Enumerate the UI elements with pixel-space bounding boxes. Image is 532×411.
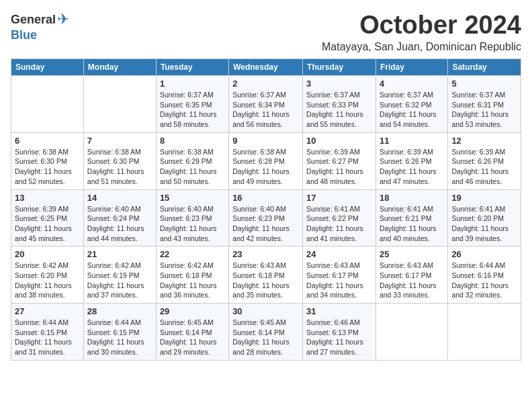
day-detail: Sunrise: 6:37 AM Sunset: 6:32 PM Dayligh… <box>380 90 444 130</box>
logo: General ✈ Blue <box>11 11 69 42</box>
day-detail: Sunrise: 6:44 AM Sunset: 6:15 PM Dayligh… <box>87 318 152 357</box>
calendar-cell: 5Sunrise: 6:37 AM Sunset: 6:31 PM Daylig… <box>448 76 521 133</box>
day-detail: Sunrise: 6:39 AM Sunset: 6:26 PM Dayligh… <box>451 147 517 187</box>
day-number: 31 <box>306 306 372 316</box>
day-number: 15 <box>160 193 225 203</box>
day-number: 17 <box>306 193 372 203</box>
calendar-cell: 9Sunrise: 6:38 AM Sunset: 6:28 PM Daylig… <box>229 132 303 189</box>
calendar-week-row: 20Sunrise: 6:42 AM Sunset: 6:20 PM Dayli… <box>11 246 521 304</box>
calendar-cell: 8Sunrise: 6:38 AM Sunset: 6:29 PM Daylig… <box>156 132 228 189</box>
calendar-cell <box>448 304 521 361</box>
calendar-cell: 30Sunrise: 6:45 AM Sunset: 6:14 PM Dayli… <box>229 304 303 361</box>
logo-general: General <box>11 13 56 27</box>
calendar-cell: 13Sunrise: 6:39 AM Sunset: 6:25 PM Dayli… <box>11 189 84 246</box>
day-detail: Sunrise: 6:44 AM Sunset: 6:16 PM Dayligh… <box>451 261 517 300</box>
day-detail: Sunrise: 6:40 AM Sunset: 6:23 PM Dayligh… <box>160 204 225 244</box>
calendar-cell: 23Sunrise: 6:43 AM Sunset: 6:18 PM Dayli… <box>229 246 303 304</box>
day-number: 26 <box>451 249 517 259</box>
day-number: 20 <box>15 249 80 259</box>
calendar-cell: 1Sunrise: 6:37 AM Sunset: 6:35 PM Daylig… <box>156 76 228 133</box>
day-number: 10 <box>306 136 372 146</box>
day-detail: Sunrise: 6:39 AM Sunset: 6:26 PM Dayligh… <box>380 147 444 187</box>
weekday-header-cell: Sunday <box>11 59 84 76</box>
calendar-cell: 17Sunrise: 6:41 AM Sunset: 6:22 PM Dayli… <box>303 189 376 246</box>
calendar-body: 1Sunrise: 6:37 AM Sunset: 6:35 PM Daylig… <box>11 76 521 361</box>
weekday-header-row: SundayMondayTuesdayWednesdayThursdayFrid… <box>11 59 521 76</box>
page-header: General ✈ Blue October 2024 Matayaya, Sa… <box>11 11 521 53</box>
day-detail: Sunrise: 6:45 AM Sunset: 6:14 PM Dayligh… <box>160 318 225 357</box>
calendar-cell: 20Sunrise: 6:42 AM Sunset: 6:20 PM Dayli… <box>11 246 84 304</box>
calendar-cell: 27Sunrise: 6:44 AM Sunset: 6:15 PM Dayli… <box>11 304 84 361</box>
day-number: 22 <box>160 249 225 259</box>
day-number: 21 <box>87 249 152 259</box>
month-title: October 2024 <box>322 11 521 40</box>
calendar-week-row: 6Sunrise: 6:38 AM Sunset: 6:30 PM Daylig… <box>11 132 521 189</box>
calendar-cell <box>11 76 84 133</box>
day-detail: Sunrise: 6:43 AM Sunset: 6:17 PM Dayligh… <box>380 261 444 300</box>
day-number: 27 <box>15 306 80 316</box>
day-detail: Sunrise: 6:41 AM Sunset: 6:22 PM Dayligh… <box>306 204 372 244</box>
day-number: 3 <box>306 79 372 89</box>
day-detail: Sunrise: 6:38 AM Sunset: 6:28 PM Dayligh… <box>232 147 299 187</box>
calendar-cell: 10Sunrise: 6:39 AM Sunset: 6:27 PM Dayli… <box>303 132 376 189</box>
weekday-header-cell: Wednesday <box>229 59 303 76</box>
day-detail: Sunrise: 6:44 AM Sunset: 6:15 PM Dayligh… <box>15 318 80 357</box>
calendar-cell: 4Sunrise: 6:37 AM Sunset: 6:32 PM Daylig… <box>375 76 447 133</box>
day-detail: Sunrise: 6:42 AM Sunset: 6:18 PM Dayligh… <box>160 261 225 300</box>
day-number: 7 <box>87 136 152 146</box>
calendar-cell: 11Sunrise: 6:39 AM Sunset: 6:26 PM Dayli… <box>375 132 447 189</box>
calendar-cell: 7Sunrise: 6:38 AM Sunset: 6:30 PM Daylig… <box>83 132 156 189</box>
weekday-header-cell: Thursday <box>303 59 376 76</box>
calendar-cell: 18Sunrise: 6:41 AM Sunset: 6:21 PM Dayli… <box>375 189 447 246</box>
day-detail: Sunrise: 6:37 AM Sunset: 6:34 PM Dayligh… <box>232 90 299 130</box>
calendar-cell: 16Sunrise: 6:40 AM Sunset: 6:23 PM Dayli… <box>229 189 303 246</box>
day-number: 9 <box>232 136 299 146</box>
day-number: 2 <box>232 79 299 89</box>
calendar-week-row: 1Sunrise: 6:37 AM Sunset: 6:35 PM Daylig… <box>11 76 521 133</box>
calendar-cell: 26Sunrise: 6:44 AM Sunset: 6:16 PM Dayli… <box>448 246 521 304</box>
calendar-cell: 22Sunrise: 6:42 AM Sunset: 6:18 PM Dayli… <box>156 246 228 304</box>
day-detail: Sunrise: 6:41 AM Sunset: 6:20 PM Dayligh… <box>451 204 517 244</box>
logo-blue: Blue <box>11 28 37 42</box>
day-detail: Sunrise: 6:37 AM Sunset: 6:35 PM Dayligh… <box>160 90 225 130</box>
day-number: 25 <box>380 249 444 259</box>
calendar-cell: 19Sunrise: 6:41 AM Sunset: 6:20 PM Dayli… <box>448 189 521 246</box>
day-detail: Sunrise: 6:43 AM Sunset: 6:18 PM Dayligh… <box>232 261 299 300</box>
calendar-cell: 15Sunrise: 6:40 AM Sunset: 6:23 PM Dayli… <box>156 189 228 246</box>
day-detail: Sunrise: 6:40 AM Sunset: 6:24 PM Dayligh… <box>87 204 152 244</box>
day-number: 29 <box>160 306 225 316</box>
day-detail: Sunrise: 6:37 AM Sunset: 6:33 PM Dayligh… <box>306 90 372 130</box>
day-number: 13 <box>15 193 80 203</box>
day-number: 8 <box>160 136 225 146</box>
day-number: 14 <box>87 193 152 203</box>
day-number: 5 <box>451 79 517 89</box>
day-detail: Sunrise: 6:42 AM Sunset: 6:20 PM Dayligh… <box>15 261 80 300</box>
day-detail: Sunrise: 6:40 AM Sunset: 6:23 PM Dayligh… <box>232 204 299 244</box>
calendar-cell: 2Sunrise: 6:37 AM Sunset: 6:34 PM Daylig… <box>229 76 303 133</box>
day-number: 23 <box>232 249 299 259</box>
calendar-cell: 6Sunrise: 6:38 AM Sunset: 6:30 PM Daylig… <box>11 132 84 189</box>
day-number: 12 <box>451 136 517 146</box>
calendar-week-row: 27Sunrise: 6:44 AM Sunset: 6:15 PM Dayli… <box>11 304 521 361</box>
day-detail: Sunrise: 6:38 AM Sunset: 6:30 PM Dayligh… <box>87 147 152 187</box>
calendar-week-row: 13Sunrise: 6:39 AM Sunset: 6:25 PM Dayli… <box>11 189 521 246</box>
calendar-cell: 31Sunrise: 6:46 AM Sunset: 6:13 PM Dayli… <box>303 304 376 361</box>
calendar-cell: 3Sunrise: 6:37 AM Sunset: 6:33 PM Daylig… <box>303 76 376 133</box>
calendar-cell: 29Sunrise: 6:45 AM Sunset: 6:14 PM Dayli… <box>156 304 228 361</box>
day-detail: Sunrise: 6:42 AM Sunset: 6:19 PM Dayligh… <box>87 261 152 300</box>
calendar-cell: 25Sunrise: 6:43 AM Sunset: 6:17 PM Dayli… <box>375 246 447 304</box>
weekday-header-cell: Saturday <box>448 59 521 76</box>
calendar-cell: 12Sunrise: 6:39 AM Sunset: 6:26 PM Dayli… <box>448 132 521 189</box>
day-number: 30 <box>232 306 299 316</box>
day-detail: Sunrise: 6:37 AM Sunset: 6:31 PM Dayligh… <box>451 90 517 130</box>
day-number: 1 <box>160 79 225 89</box>
day-detail: Sunrise: 6:39 AM Sunset: 6:25 PM Dayligh… <box>15 204 80 244</box>
day-detail: Sunrise: 6:38 AM Sunset: 6:30 PM Dayligh… <box>15 147 80 187</box>
day-number: 19 <box>451 193 517 203</box>
weekday-header-cell: Monday <box>83 59 156 76</box>
day-number: 4 <box>380 79 444 89</box>
day-number: 16 <box>232 193 299 203</box>
calendar-cell: 24Sunrise: 6:43 AM Sunset: 6:17 PM Dayli… <box>303 246 376 304</box>
day-detail: Sunrise: 6:38 AM Sunset: 6:29 PM Dayligh… <box>160 147 225 187</box>
day-detail: Sunrise: 6:46 AM Sunset: 6:13 PM Dayligh… <box>306 318 372 357</box>
